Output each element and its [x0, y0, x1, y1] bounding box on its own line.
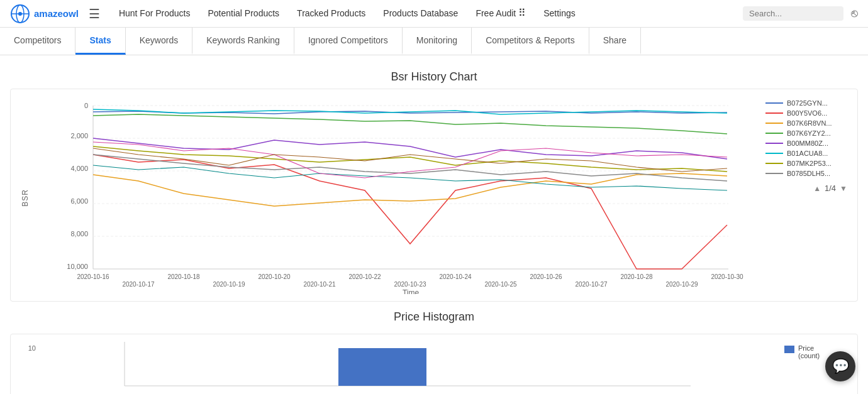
legend-color-7	[765, 173, 783, 174]
legend-item-7: B0785DLH5...	[765, 170, 847, 177]
tab-monitoring[interactable]: Monitoring	[403, 28, 472, 55]
tab-keywords[interactable]: Keywords	[126, 28, 192, 55]
svg-text:2020-10-18: 2020-10-18	[167, 273, 200, 280]
svg-text:2020-10-23: 2020-10-23	[394, 281, 426, 288]
price-chart-inner: 10 Price(count)	[21, 342, 847, 394]
bsr-y-axis-label: BSR	[21, 189, 30, 207]
svg-text:2020-10-25: 2020-10-25	[484, 281, 517, 288]
legend-item-6: B07MK2P53...	[765, 160, 847, 167]
svg-text:2020-10-22: 2020-10-22	[348, 273, 381, 280]
legend-color-4	[765, 143, 783, 144]
chat-bubble[interactable]: 💬	[825, 351, 855, 381]
svg-text:4,000: 4,000	[70, 165, 88, 172]
svg-point-3	[18, 12, 22, 16]
legend-label-3: B07K6YZY2...	[787, 129, 831, 137]
svg-text:2020-10-29: 2020-10-29	[665, 281, 698, 288]
svg-text:2020-10-20: 2020-10-20	[258, 273, 291, 280]
tab-competitors-reports[interactable]: Competitors & Reports	[472, 28, 589, 55]
legend-label-7: B0785DLH5...	[787, 170, 830, 177]
price-y-labels: 10	[21, 342, 36, 394]
bsr-chart-container: BSR 0 2,000 4,000	[10, 89, 858, 302]
legend-label-5: B01ACUA8...	[787, 150, 828, 157]
price-legend-label: Price(count)	[798, 344, 820, 359]
svg-text:2,000: 2,000	[70, 132, 88, 140]
tab-competitors[interactable]: Competitors	[0, 28, 75, 55]
exit-icon[interactable]: ⎋	[851, 7, 858, 20]
svg-text:Time: Time	[403, 288, 420, 294]
bsr-chart-inner: 0 2,000 4,000 6,000 8,000 10,000	[32, 99, 758, 296]
nav-menu: Hunt For Products Potential Products Tra…	[110, 0, 584, 28]
legend-label-1: B00Y5VO6...	[787, 109, 827, 117]
price-histogram-title: Price Histogram	[0, 302, 868, 329]
tab-share[interactable]: Share	[589, 28, 641, 55]
grid-icon: ⠿	[518, 7, 526, 19]
tab-bar: Competitors Stats Keywords Keywords Rank…	[0, 28, 868, 55]
svg-text:2020-10-26: 2020-10-26	[530, 273, 562, 280]
legend-color-2	[765, 123, 783, 124]
logo[interactable]: amazeowl	[10, 4, 79, 24]
nav-potential-products[interactable]: Potential Products	[199, 0, 288, 28]
pagination-text: 1/4	[825, 183, 836, 193]
nav-settings[interactable]: Settings	[535, 0, 584, 28]
legend-item-4: B00MM80Z...	[765, 140, 847, 147]
legend-color-5	[765, 153, 783, 154]
logo-text: amazeowl	[34, 8, 79, 19]
page-prev-arrow[interactable]: ▲	[813, 184, 821, 193]
top-navigation: amazeowl ☰ Hunt For Products Potential P…	[0, 0, 868, 28]
legend-item-2: B07K6R8VN...	[765, 119, 847, 127]
svg-text:0: 0	[84, 102, 88, 109]
bsr-chart-title: Bsr History Chart	[0, 62, 868, 89]
svg-text:8,000: 8,000	[70, 230, 88, 238]
hamburger-icon[interactable]: ☰	[89, 6, 100, 21]
legend-color-0	[765, 102, 783, 104]
tab-stats[interactable]: Stats	[75, 28, 125, 55]
svg-text:2020-10-30: 2020-10-30	[711, 273, 743, 280]
tab-ignored-competitors[interactable]: Ignored Competitors	[294, 28, 403, 55]
nav-products-database[interactable]: Products Database	[374, 0, 467, 28]
price-svg-area	[38, 342, 777, 394]
page-content: Bsr History Chart BSR 0 2,000	[0, 55, 868, 394]
legend-item-0: B0725GYN...	[765, 99, 847, 107]
legend-label-0: B0725GYN...	[787, 99, 828, 107]
legend-item-5: B01ACUA8...	[765, 150, 847, 157]
price-histogram-container: 10 Price(count)	[10, 334, 858, 394]
legend-color-1	[765, 112, 783, 114]
pagination-row: ▲ 1/4 ▼	[765, 183, 847, 193]
svg-text:2020-10-19: 2020-10-19	[213, 281, 245, 288]
tab-keywords-ranking[interactable]: Keywords Ranking	[192, 28, 294, 55]
nav-hunt-for-products[interactable]: Hunt For Products	[110, 0, 199, 28]
legend-label-6: B07MK2P53...	[787, 160, 832, 167]
price-y-tick-10: 10	[21, 344, 36, 352]
legend-label-4: B00MM80Z...	[787, 140, 828, 147]
svg-text:2020-10-16: 2020-10-16	[77, 273, 109, 280]
svg-text:2020-10-24: 2020-10-24	[439, 273, 472, 280]
bsr-legend: B0725GYN... B00Y5VO6... B07K6R8VN... B07…	[765, 99, 847, 296]
legend-item-1: B00Y5VO6...	[765, 109, 847, 117]
nav-tracked-products[interactable]: Tracked Products	[288, 0, 374, 28]
svg-text:2020-10-17: 2020-10-17	[122, 281, 155, 288]
svg-text:2020-10-28: 2020-10-28	[620, 273, 653, 280]
svg-text:6,000: 6,000	[70, 197, 88, 205]
svg-text:2020-10-21: 2020-10-21	[303, 281, 336, 288]
bsr-svg-area: 0 2,000 4,000 6,000 8,000 10,000	[32, 99, 758, 296]
price-legend-color	[784, 346, 794, 353]
svg-rect-35	[338, 348, 426, 386]
svg-text:2020-10-27: 2020-10-27	[575, 281, 608, 288]
nav-search-input[interactable]	[743, 6, 843, 21]
nav-free-audit[interactable]: Free Audit ⠿	[467, 0, 535, 28]
legend-color-3	[765, 133, 783, 134]
legend-label-2: B07K6R8VN...	[787, 119, 832, 127]
legend-color-6	[765, 163, 783, 164]
page-next-arrow[interactable]: ▼	[840, 184, 847, 193]
legend-item-3: B07K6YZY2...	[765, 129, 847, 137]
nav-right-area: ⎋	[743, 6, 858, 21]
svg-text:10,000: 10,000	[67, 263, 88, 270]
